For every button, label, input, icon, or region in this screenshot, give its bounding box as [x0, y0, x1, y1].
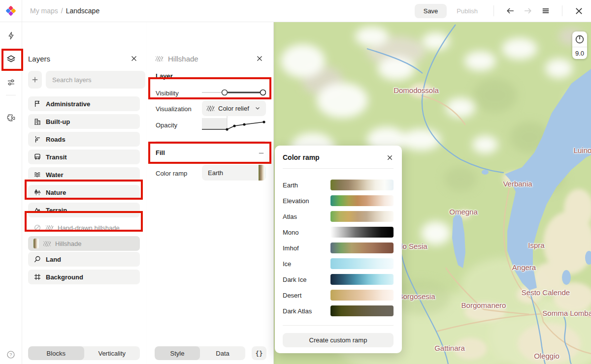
ramp-gradient-swatch	[330, 258, 394, 269]
style-panel-close-icon[interactable]	[253, 52, 266, 65]
felt-logo-icon	[5, 5, 16, 16]
create-custom-ramp-button[interactable]: Create custom ramp	[283, 333, 394, 347]
trees-icon	[33, 188, 41, 196]
layer-item-roads[interactable]: Roads	[28, 132, 140, 147]
ramp-option-atlas[interactable]: Atlas	[283, 209, 394, 224]
divider	[562, 5, 562, 16]
layer-item-built-up[interactable]: Built-up	[28, 114, 140, 129]
ramp-option-mono[interactable]: Mono	[283, 224, 394, 240]
ramp-option-dark-atlas[interactable]: Dark Atlas	[283, 303, 394, 319]
tab-data[interactable]: Data	[200, 346, 245, 360]
redo-arrow-button[interactable]	[521, 3, 535, 18]
layer-item-terrain[interactable]: Terrain	[28, 203, 140, 217]
ramp-popup-title: Color ramp	[283, 153, 320, 161]
fill-section-heading: Fill	[156, 149, 165, 156]
ramp-option-label: Imhof	[283, 244, 330, 252]
layer-item-label: Terrain	[46, 207, 67, 214]
layer-section-heading: Layer	[156, 72, 173, 80]
search-layers-input[interactable]	[46, 71, 145, 89]
mountain-icon	[33, 206, 41, 214]
close-icon[interactable]	[571, 3, 586, 18]
layer-item-water[interactable]: Water	[28, 167, 140, 182]
topbar-actions: Save Publish	[415, 3, 591, 18]
save-button[interactable]: Save	[415, 4, 447, 18]
breadcrumb-parent[interactable]: My maps	[30, 7, 58, 15]
visualization-dropdown[interactable]: Color relief	[202, 100, 266, 116]
opacity-curve-editor[interactable]	[201, 116, 266, 135]
ramp-option-label: Earth	[283, 182, 330, 189]
ramp-option-label: Dark Atlas	[283, 307, 330, 315]
frame-icon	[33, 273, 41, 281]
layer-item-label: Administrative	[46, 100, 90, 108]
layers-close-icon[interactable]	[128, 52, 140, 65]
layer-item-land[interactable]: Land	[28, 252, 140, 267]
hillshade-style-panel: Hillshade Layer Visibility Visualization…	[147, 22, 274, 364]
clock-icon[interactable]	[572, 31, 587, 47]
layer-item-label: Hand-drawn hillshade	[58, 224, 120, 232]
code-json-button[interactable]: {}	[252, 346, 266, 360]
undo-arrow-button[interactable]	[503, 3, 518, 18]
road-icon	[33, 135, 41, 143]
color-ramp-value: Earth	[208, 169, 223, 177]
zoom-widget[interactable]: 9.0	[572, 31, 587, 59]
ramp-option-elevation[interactable]: Elevation	[283, 193, 394, 209]
visibility-label: Visibility	[156, 90, 179, 97]
ramp-option-ice[interactable]: Ice	[283, 256, 394, 272]
divider	[283, 168, 394, 169]
ramp-gradient-swatch	[330, 243, 394, 253]
tab-verticality[interactable]: Verticality	[84, 346, 140, 360]
layers-icon[interactable]	[4, 52, 18, 65]
ramp-option-desert[interactable]: Desert	[283, 287, 394, 303]
hatch-icon	[46, 225, 53, 231]
layers-panel: Layers AdministrativeBuilt-upRoadsTransi…	[22, 22, 147, 364]
flag-icon	[33, 100, 41, 108]
divider	[493, 5, 494, 16]
earth-ramp-swatch	[33, 239, 39, 248]
divider	[156, 141, 265, 142]
hillshade-hatch-icon	[156, 56, 163, 61]
ramp-gradient-swatch	[330, 290, 394, 301]
layer-item-transit[interactable]: Transit	[28, 150, 140, 164]
layer-item-administrative[interactable]: Administrative	[28, 96, 140, 111]
menu-icon[interactable]	[538, 3, 553, 18]
actions-lightning-icon[interactable]	[4, 29, 18, 42]
layer-item-hillshade[interactable]: Hillshade	[28, 236, 140, 251]
prohibit-icon	[33, 224, 41, 232]
zoom-level: 9.0	[572, 47, 587, 59]
breadcrumb-current: Landscape	[66, 7, 100, 15]
breadcrumb: My maps / Landscape	[30, 7, 99, 15]
publish-button[interactable]: Publish	[450, 4, 485, 18]
ramp-popup-close-icon[interactable]	[383, 151, 396, 164]
add-layer-button[interactable]	[28, 71, 42, 89]
layer-item-label: Hillshade	[55, 240, 81, 247]
ramp-option-label: Ice	[283, 260, 330, 268]
visibility-range-slider[interactable]	[201, 88, 266, 97]
svg-text:?: ?	[9, 352, 12, 357]
layer-item-label: Transit	[46, 153, 67, 161]
layers-list: AdministrativeBuilt-upRoadsTransitWaterN…	[28, 96, 140, 287]
tab-style[interactable]: Style	[155, 346, 200, 360]
hatch-icon	[43, 241, 51, 246]
tab-blocks[interactable]: Blocks	[28, 346, 84, 360]
layer-item-label: Nature	[46, 189, 66, 196]
ramp-option-dark-ice[interactable]: Dark Ice	[283, 272, 394, 287]
ramp-option-imhof[interactable]: Imhof	[283, 240, 394, 256]
color-ramp-selector[interactable]: Earth	[202, 165, 266, 181]
waves-icon	[33, 171, 41, 179]
ramp-option-earth[interactable]: Earth	[283, 177, 394, 193]
layer-item-nature[interactable]: Nature	[28, 185, 140, 200]
plugins-puzzle-icon[interactable]	[4, 111, 18, 124]
ramp-gradient-swatch	[330, 227, 394, 238]
opacity-label: Opacity	[156, 121, 177, 129]
style-panel-title: Hillshade	[168, 55, 198, 63]
layer-item-hand-drawn-hillshade[interactable]: Hand-drawn hillshade	[28, 220, 140, 235]
collapse-minus-icon[interactable]	[255, 147, 267, 159]
ramp-gradient-swatch	[330, 180, 394, 190]
help-icon[interactable]: ?	[4, 348, 18, 362]
layer-item-background[interactable]: Background	[28, 270, 140, 284]
layer-item-label: Background	[46, 273, 83, 281]
app-logo[interactable]	[0, 0, 22, 22]
visualization-value: Color relief	[218, 105, 249, 112]
filters-sliders-icon[interactable]	[4, 75, 18, 89]
layer-item-label: Roads	[46, 136, 66, 143]
